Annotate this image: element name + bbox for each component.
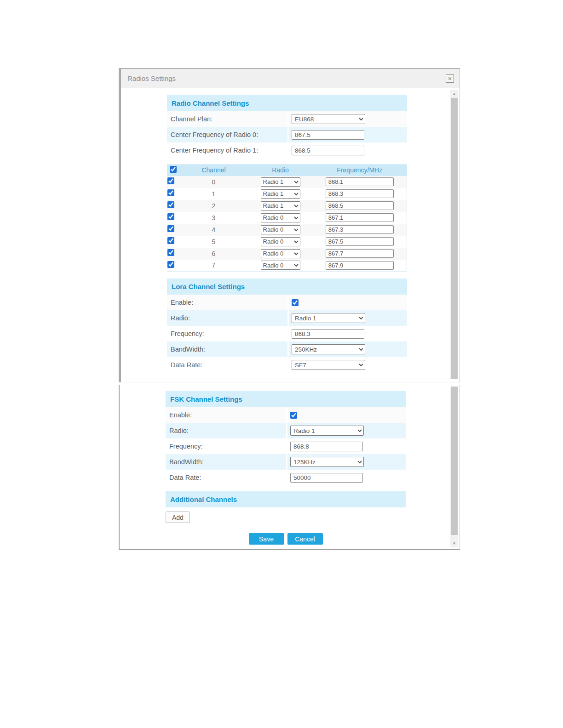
table-row: 2 Radio 1 xyxy=(167,200,407,212)
lora-enable-row: Enable: xyxy=(167,295,407,310)
fsk-radio-label: Radio: xyxy=(166,423,286,438)
channel-plan-select[interactable]: EU868 xyxy=(292,114,365,124)
fsk-frequency-label: Frequency: xyxy=(166,438,286,454)
lora-bandwidth-row: BandWidth: 250KHz xyxy=(167,341,407,357)
fsk-bandwidth-label: BandWidth: xyxy=(166,454,286,470)
fsk-bandwidth-row: BandWidth: 125KHz xyxy=(166,454,406,470)
fsk-bandwidth-select[interactable]: 125KHz xyxy=(290,457,364,467)
fsk-data-rate-input[interactable] xyxy=(290,473,363,483)
center-frequency-radio1-row: Center Frequency of Radio 1: xyxy=(167,142,407,158)
dialog-actions: Save Cancel xyxy=(166,533,406,545)
fsk-enable-label: Enable: xyxy=(166,407,286,423)
section-title: Radio Channel Settings xyxy=(172,99,249,107)
fsk-data-rate-row: Data Rate: xyxy=(166,470,406,485)
channel-5-frequency-input[interactable] xyxy=(326,237,394,246)
channel-6-checkbox[interactable] xyxy=(167,249,174,256)
header-frequency: Frequency/MHz xyxy=(313,165,407,176)
lora-bandwidth-select[interactable]: 250KHz xyxy=(292,344,365,354)
page: Radios Settings ✕ Radio Channel Settings… xyxy=(0,0,563,728)
center-frequency-radio0-label: Center Frequency of Radio 0: xyxy=(167,127,287,142)
close-icon[interactable]: ✕ xyxy=(446,74,454,83)
channel-7-checkbox[interactable] xyxy=(167,261,174,268)
add-button[interactable]: Add xyxy=(166,512,190,523)
additional-channels-header: Additional Channels xyxy=(166,491,406,507)
lora-data-rate-label: Data Rate: xyxy=(167,357,287,373)
channel-5-radio-select[interactable]: Radio 0 xyxy=(261,237,300,246)
channel-table: Channel Radio Frequency/MHz 0 Radio 1 1 xyxy=(167,164,407,272)
center-frequency-radio0-input[interactable] xyxy=(292,130,364,140)
fsk-data-rate-label: Data Rate: xyxy=(166,470,286,485)
table-row: 7 Radio 0 xyxy=(167,260,407,272)
lora-data-rate-select[interactable]: SF7 xyxy=(292,360,365,370)
lora-radio-select[interactable]: Radio 1 xyxy=(292,313,365,323)
channel-2-radio-select[interactable]: Radio 1 xyxy=(261,201,300,210)
select-all-checkbox[interactable] xyxy=(170,166,177,173)
table-row: 1 Radio 1 xyxy=(167,188,407,200)
scrollbar-thumb[interactable] xyxy=(451,387,458,535)
channel-0-radio-select[interactable]: Radio 1 xyxy=(261,177,300,187)
channel-1-radio-select[interactable]: Radio 1 xyxy=(261,189,300,199)
table-row: 4 Radio 0 xyxy=(167,224,407,236)
channel-6-frequency-input[interactable] xyxy=(326,249,394,258)
fsk-radio-select[interactable]: Radio 1 xyxy=(290,426,364,436)
save-button[interactable]: Save xyxy=(249,533,284,545)
scrollbar-top-panel[interactable]: ▲ xyxy=(450,90,458,379)
header-radio: Radio xyxy=(248,165,313,176)
channel-3-checkbox[interactable] xyxy=(167,213,174,220)
center-frequency-radio1-label: Center Frequency of Radio 1: xyxy=(167,142,287,158)
lora-channel-settings-header: Lora Channel Settings xyxy=(167,279,407,295)
channel-0-frequency-input[interactable] xyxy=(326,177,394,186)
radios-settings-dialog: Radios Settings ✕ Radio Channel Settings… xyxy=(119,68,460,382)
channel-7-radio-select[interactable]: Radio 0 xyxy=(261,261,300,270)
table-row: 3 Radio 0 xyxy=(167,212,407,224)
cancel-button[interactable]: Cancel xyxy=(287,533,323,545)
center-frequency-radio1-input[interactable] xyxy=(292,146,364,155)
channel-4-checkbox[interactable] xyxy=(167,225,174,232)
channel-4-radio-select[interactable]: Radio 0 xyxy=(261,225,300,234)
lora-bandwidth-label: BandWidth: xyxy=(167,341,287,357)
channel-7-frequency-input[interactable] xyxy=(326,261,394,270)
channel-3-frequency-input[interactable] xyxy=(326,213,394,222)
lora-enable-checkbox[interactable] xyxy=(292,299,299,306)
lora-radio-row: Radio: Radio 1 xyxy=(167,310,407,326)
channel-5-checkbox[interactable] xyxy=(167,237,174,244)
channel-4-number: 4 xyxy=(179,224,248,236)
section-title: Additional Channels xyxy=(170,495,237,503)
dialog-content-bottom: FSK Channel Settings Enable: Radio: Radi… xyxy=(166,391,406,545)
fsk-channel-settings-header: FSK Channel Settings xyxy=(166,391,406,407)
scroll-up-icon[interactable]: ▲ xyxy=(450,90,458,98)
channel-1-number: 1 xyxy=(179,188,248,200)
channel-3-radio-select[interactable]: Radio 0 xyxy=(261,213,300,222)
center-frequency-radio0-row: Center Frequency of Radio 0: xyxy=(167,127,407,142)
radios-settings-dialog-continued: FSK Channel Settings Enable: Radio: Radi… xyxy=(119,385,460,550)
lora-frequency-input[interactable] xyxy=(292,329,364,339)
fsk-enable-checkbox[interactable] xyxy=(290,412,297,419)
channel-2-checkbox[interactable] xyxy=(167,201,174,208)
channel-2-number: 2 xyxy=(179,200,248,212)
fsk-frequency-input[interactable] xyxy=(290,442,363,451)
channel-plan-row: Channel Plan: EU868 xyxy=(167,111,407,127)
channel-5-number: 5 xyxy=(179,236,248,248)
channel-table-header-row: Channel Radio Frequency/MHz xyxy=(167,165,407,176)
scrollbar-bottom-panel[interactable]: ▼ xyxy=(450,387,458,547)
fsk-frequency-row: Frequency: xyxy=(166,438,406,454)
lora-frequency-label: Frequency: xyxy=(167,326,287,341)
scrollbar-thumb[interactable] xyxy=(451,98,458,379)
channel-4-frequency-input[interactable] xyxy=(326,225,394,234)
fsk-radio-row: Radio: Radio 1 xyxy=(166,423,406,438)
channel-0-checkbox[interactable] xyxy=(167,177,174,184)
channel-plan-label: Channel Plan: xyxy=(167,111,287,127)
channel-2-frequency-input[interactable] xyxy=(326,201,394,210)
dialog-title: Radios Settings xyxy=(127,74,176,82)
channel-6-radio-select[interactable]: Radio 0 xyxy=(261,249,300,258)
channel-0-number: 0 xyxy=(179,176,248,188)
table-row: 0 Radio 1 xyxy=(167,176,407,188)
lora-data-rate-row: Data Rate: SF7 xyxy=(167,357,407,373)
channel-1-checkbox[interactable] xyxy=(167,189,174,196)
section-title: Lora Channel Settings xyxy=(172,283,245,290)
dialog-titlebar: Radios Settings ✕ xyxy=(121,69,460,88)
channel-1-frequency-input[interactable] xyxy=(326,189,394,198)
channel-7-number: 7 xyxy=(179,260,248,272)
scroll-down-icon[interactable]: ▼ xyxy=(450,540,458,547)
radio-channel-settings-header: Radio Channel Settings xyxy=(167,95,407,111)
